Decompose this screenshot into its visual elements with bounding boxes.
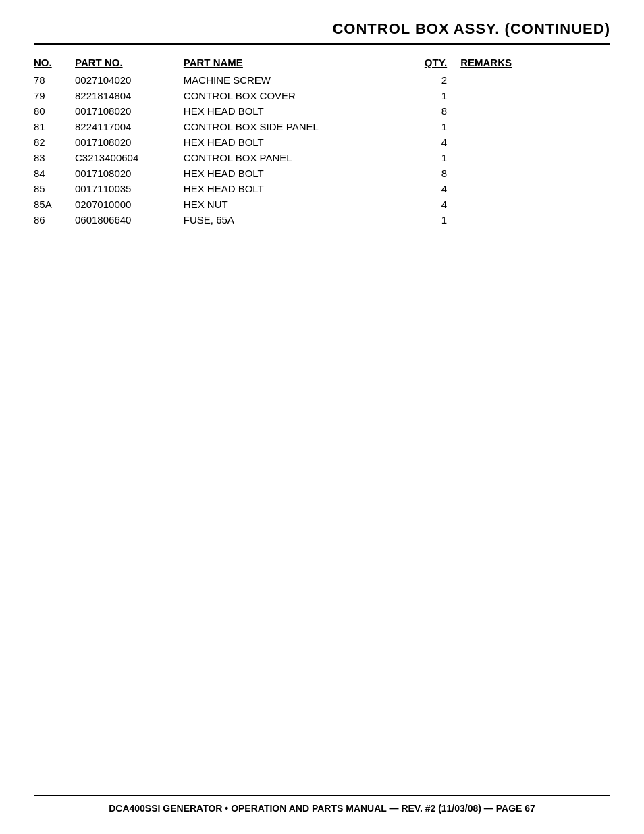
cell-qty: 8 (416, 103, 461, 119)
cell-part-no: 0017108020 (75, 165, 184, 181)
cell-part-name: HEX NUT (184, 197, 416, 212)
cell-part-name: HEX HEAD BOLT (184, 181, 416, 197)
cell-qty: 2 (416, 72, 461, 88)
cell-no: 81 (34, 119, 75, 134)
header-part-no: PART NO. (75, 55, 184, 72)
cell-qty: 8 (416, 165, 461, 181)
parts-table: NO. PART NO. PART NAME QTY. REMARKS 7800… (34, 55, 610, 228)
cell-part-no: 0027104020 (75, 72, 184, 88)
cell-qty: 4 (416, 134, 461, 150)
cell-remarks (460, 134, 610, 150)
cell-part-name: CONTROL BOX PANEL (184, 150, 416, 165)
table-row: 798221814804CONTROL BOX COVER1 (34, 88, 610, 103)
table-row: 818224117004CONTROL BOX SIDE PANEL1 (34, 119, 610, 134)
table-row: 800017108020HEX HEAD BOLT8 (34, 103, 610, 119)
cell-qty: 1 (416, 88, 461, 103)
table-row: 840017108020HEX HEAD BOLT8 (34, 165, 610, 181)
cell-no: 85 (34, 181, 75, 197)
cell-no: 86 (34, 212, 75, 228)
cell-part-no: C3213400604 (75, 150, 184, 165)
table-row: 780027104020MACHINE SCREW2 (34, 72, 610, 88)
cell-remarks (460, 72, 610, 88)
cell-part-no: 0017108020 (75, 103, 184, 119)
cell-remarks (460, 119, 610, 134)
header-remarks: REMARKS (460, 55, 610, 72)
cell-no: 79 (34, 88, 75, 103)
table-row: 850017110035HEX HEAD BOLT4 (34, 181, 610, 197)
cell-part-no: 0601806640 (75, 212, 184, 228)
page-title: CONTROL BOX ASSY. (CONTINUED) (34, 20, 610, 45)
cell-part-name: CONTROL BOX COVER (184, 88, 416, 103)
cell-no: 80 (34, 103, 75, 119)
page-container: CONTROL BOX ASSY. (CONTINUED) NO. PART N… (0, 0, 644, 834)
cell-remarks (460, 197, 610, 212)
cell-no: 83 (34, 150, 75, 165)
cell-qty: 4 (416, 181, 461, 197)
page-footer: DCA400SSI GENERATOR • OPERATION AND PART… (34, 795, 610, 814)
cell-qty: 1 (416, 119, 461, 134)
cell-qty: 1 (416, 212, 461, 228)
cell-remarks (460, 181, 610, 197)
header-no: NO. (34, 55, 75, 72)
cell-part-name: HEX HEAD BOLT (184, 134, 416, 150)
cell-no: 82 (34, 134, 75, 150)
header-part-name: PART NAME (184, 55, 416, 72)
cell-part-name: CONTROL BOX SIDE PANEL (184, 119, 416, 134)
cell-part-name: HEX HEAD BOLT (184, 165, 416, 181)
cell-remarks (460, 212, 610, 228)
cell-remarks (460, 88, 610, 103)
cell-no: 84 (34, 165, 75, 181)
table-row: 860601806640FUSE, 65A1 (34, 212, 610, 228)
cell-qty: 4 (416, 197, 461, 212)
cell-part-name: FUSE, 65A (184, 212, 416, 228)
cell-part-name: HEX HEAD BOLT (184, 103, 416, 119)
cell-remarks (460, 103, 610, 119)
table-row: 85A0207010000HEX NUT4 (34, 197, 610, 212)
cell-part-no: 0207010000 (75, 197, 184, 212)
cell-remarks (460, 165, 610, 181)
table-row: 83C3213400604CONTROL BOX PANEL1 (34, 150, 610, 165)
cell-part-name: MACHINE SCREW (184, 72, 416, 88)
cell-remarks (460, 150, 610, 165)
table-header-row: NO. PART NO. PART NAME QTY. REMARKS (34, 55, 610, 72)
table-row: 820017108020HEX HEAD BOLT4 (34, 134, 610, 150)
cell-part-no: 8221814804 (75, 88, 184, 103)
cell-part-no: 0017110035 (75, 181, 184, 197)
cell-part-no: 8224117004 (75, 119, 184, 134)
header-qty: QTY. (416, 55, 461, 72)
cell-qty: 1 (416, 150, 461, 165)
cell-part-no: 0017108020 (75, 134, 184, 150)
cell-no: 85A (34, 197, 75, 212)
cell-no: 78 (34, 72, 75, 88)
